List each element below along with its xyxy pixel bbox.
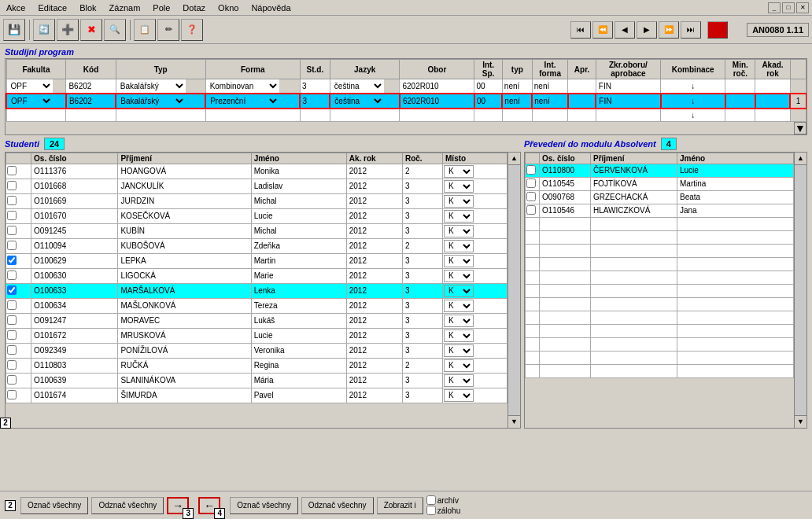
student-row[interactable]: O100639 SLANINÁKOVA Mária 2012 3 K bbox=[6, 373, 507, 388]
student-row[interactable]: O101672 MRUSKOVÁ Lucie 2012 3 K bbox=[6, 328, 507, 343]
scroll-up-btn[interactable]: ▲ bbox=[508, 153, 520, 165]
save-button[interactable]: 💾 bbox=[3, 19, 25, 41]
fakulta-select-2[interactable]: OPF bbox=[7, 94, 53, 108]
program-row-2[interactable]: OPF B6202 Bakalářský Prezenční 3 čeština… bbox=[6, 94, 806, 109]
student-cb-4[interactable] bbox=[7, 226, 17, 235]
prevedeni-cb-3[interactable] bbox=[526, 205, 536, 215]
zalohu-checkbox-label[interactable]: zálohu bbox=[426, 506, 460, 515]
oznac-vsechny-1[interactable]: Označ všechny bbox=[20, 497, 88, 514]
student-misto[interactable]: K bbox=[443, 298, 507, 313]
close-button[interactable]: ✕ bbox=[796, 2, 809, 13]
prevedeni-cb-1[interactable] bbox=[526, 179, 536, 188]
refresh-button[interactable]: 🔄 bbox=[33, 19, 55, 41]
student-row[interactable]: O100633 MARŠALKOVÁ Lenka 2012 3 K bbox=[6, 283, 507, 298]
nav-last[interactable]: ⏭ bbox=[681, 21, 701, 39]
student-row[interactable]: O101669 JURDZIN Michal 2012 3 K bbox=[6, 193, 507, 208]
student-cb-1[interactable] bbox=[7, 181, 17, 190]
student-misto[interactable]: K bbox=[443, 253, 507, 268]
menu-dotaz[interactable]: Dotaz bbox=[179, 2, 209, 13]
student-row[interactable]: O111376 HOANGOVÁ Monika 2012 2 K bbox=[6, 164, 507, 179]
prevedeni-cb-2[interactable] bbox=[526, 192, 536, 201]
forma-select-2[interactable]: Prezenční bbox=[206, 94, 279, 108]
prevedeni-row[interactable]: O090768 GRZECHACKÁ Beata bbox=[526, 190, 794, 204]
zalohu-checkbox[interactable] bbox=[426, 506, 436, 515]
arrow-right-btn[interactable]: → 3 bbox=[167, 497, 189, 514]
student-misto[interactable]: K bbox=[443, 373, 507, 388]
student-misto[interactable]: K bbox=[443, 193, 507, 208]
student-row[interactable]: O091245 KUBÍN Michal 2012 3 K bbox=[6, 223, 507, 238]
student-misto[interactable]: K bbox=[443, 164, 507, 179]
menu-pole[interactable]: Pole bbox=[149, 2, 173, 13]
nav-next-fast[interactable]: ⏩ bbox=[659, 21, 679, 39]
student-row[interactable]: O091247 MORAVEC Lukáš 2012 3 K bbox=[6, 313, 507, 328]
student-cb-14[interactable] bbox=[7, 375, 17, 385]
nav-first[interactable]: ⏮ bbox=[570, 21, 591, 39]
stop-button[interactable] bbox=[707, 21, 728, 39]
fakulta-select-1[interactable]: OPF bbox=[7, 79, 53, 93]
student-row[interactable]: O110094 KUBOŠOVÁ Zdeňka 2012 2 K bbox=[6, 238, 507, 253]
menu-akce[interactable]: Akce bbox=[3, 2, 28, 13]
typ-select-1[interactable]: Bakalářský bbox=[116, 79, 186, 93]
student-misto[interactable]: K bbox=[443, 388, 507, 403]
prevedeni-row[interactable]: O110546 HLAWICZKOVÁ Jana bbox=[526, 204, 794, 217]
typ-select-2[interactable]: Bakalářský bbox=[116, 94, 186, 108]
menu-napoveda[interactable]: Nápověda bbox=[248, 2, 293, 13]
student-misto[interactable]: K bbox=[443, 283, 507, 298]
student-cb-5[interactable] bbox=[7, 241, 17, 250]
program-row-1[interactable]: OPF B6202 Bakalářský Kombinovan 3 češtin… bbox=[6, 79, 806, 94]
student-misto[interactable]: K bbox=[443, 208, 507, 223]
search-button[interactable]: 🔍 bbox=[104, 19, 126, 41]
scroll-up-btn-p[interactable]: ▲ bbox=[795, 153, 806, 165]
prevedeni-row[interactable]: O110545 FOJTÍKOVÁ Martina bbox=[526, 177, 794, 190]
student-cb-11[interactable] bbox=[7, 330, 17, 340]
student-misto[interactable]: K bbox=[443, 268, 507, 283]
student-cb-6[interactable] bbox=[7, 256, 17, 265]
menu-blok[interactable]: Blok bbox=[76, 2, 99, 13]
jazyk-select-2[interactable]: čeština bbox=[330, 94, 384, 108]
prevedeni-scrollbar[interactable]: ▲ ▼ bbox=[794, 153, 806, 428]
student-row[interactable]: O100634 MAŠLONKOVÁ Tereza 2012 3 K bbox=[6, 298, 507, 313]
student-misto[interactable]: K bbox=[443, 223, 507, 238]
students-scrollbar[interactable]: ▲ ▼ bbox=[507, 153, 520, 428]
student-row[interactable]: O100630 LIGOCKÁ Marie 2012 3 K bbox=[6, 268, 507, 283]
odznac-vsechny-2[interactable]: Odznač všechny bbox=[301, 497, 374, 514]
student-cb-8[interactable] bbox=[7, 285, 17, 295]
student-misto[interactable]: K bbox=[443, 358, 507, 373]
archiv-checkbox[interactable] bbox=[426, 495, 436, 505]
student-cb-0[interactable] bbox=[7, 166, 17, 175]
student-row[interactable]: O092349 PONÍŽILOVÁ Veronika 2012 3 K bbox=[6, 343, 507, 358]
edit-button[interactable]: ✏ bbox=[157, 19, 179, 41]
student-misto[interactable]: K bbox=[443, 179, 507, 193]
odznac-vsechny-1[interactable]: Odznač všechny bbox=[91, 497, 164, 514]
menu-editace[interactable]: Editace bbox=[35, 2, 70, 13]
jazyk-select-1[interactable]: čeština bbox=[330, 79, 384, 93]
prevedeni-row[interactable]: O110800 ČERVENKOVÁ Lucie bbox=[526, 164, 794, 177]
scroll-down-btn-p[interactable]: ▼ bbox=[795, 415, 806, 428]
student-misto[interactable]: K bbox=[443, 328, 507, 343]
menu-zaznam[interactable]: Záznam bbox=[106, 2, 144, 13]
student-row[interactable]: O100629 LEPKA Martin 2012 3 K bbox=[6, 253, 507, 268]
delete-button[interactable]: ✖ bbox=[80, 19, 102, 41]
student-cb-10[interactable] bbox=[7, 315, 17, 325]
help-button[interactable]: ❓ bbox=[181, 19, 203, 41]
arrow-left-btn[interactable]: ← 4 bbox=[198, 497, 220, 514]
zobrazit-button[interactable]: Zobrazit i bbox=[377, 497, 423, 514]
student-misto[interactable]: K bbox=[443, 343, 507, 358]
nav-next[interactable]: ▶ bbox=[637, 21, 657, 39]
student-row[interactable]: O110803 RUČKÁ Regina 2012 2 K bbox=[6, 358, 507, 373]
student-row[interactable]: O101668 JANCKULÍK Ladislav 2012 3 K bbox=[6, 179, 507, 193]
student-cb-12[interactable] bbox=[7, 345, 17, 355]
menu-okno[interactable]: Okno bbox=[215, 2, 242, 13]
student-cb-2[interactable] bbox=[7, 196, 17, 205]
student-cb-7[interactable] bbox=[7, 271, 17, 280]
student-row[interactable]: O101674 ŠIMURDA Pavel 2012 3 K bbox=[6, 388, 507, 403]
student-misto[interactable]: K bbox=[443, 313, 507, 328]
nav-prev-fast[interactable]: ⏪ bbox=[592, 21, 613, 39]
student-cb-9[interactable] bbox=[7, 300, 17, 310]
add-button[interactable]: ➕ bbox=[57, 19, 79, 41]
oznac-vsechny-2[interactable]: Označ všechny bbox=[230, 497, 297, 514]
scroll-down-btn[interactable]: ▼ bbox=[508, 415, 520, 428]
archiv-checkbox-label[interactable]: archív bbox=[426, 495, 460, 505]
student-misto[interactable]: K bbox=[443, 238, 507, 253]
student-row[interactable]: O101670 KOSEČKOVÁ Lucie 2012 3 K bbox=[6, 208, 507, 223]
